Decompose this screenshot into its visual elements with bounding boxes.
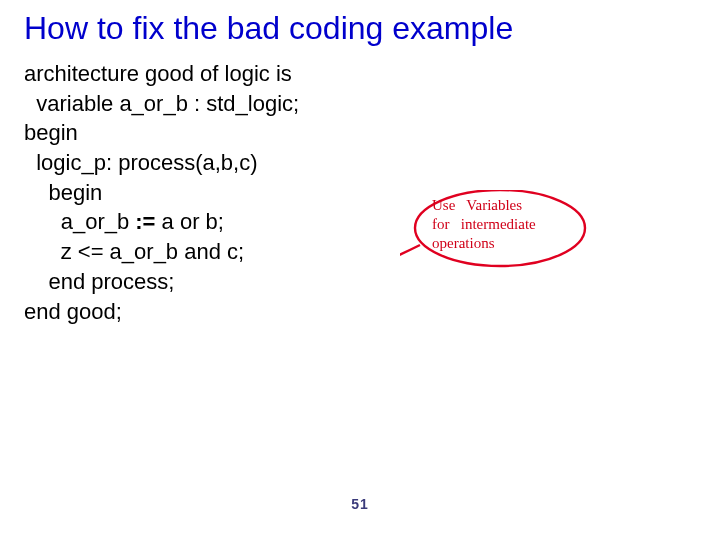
code-line-6-pre: a_or_b bbox=[24, 209, 135, 234]
code-line-2: variable a_or_b : std_logic; bbox=[24, 91, 299, 116]
annotation-group: Use Variables for intermediate operation… bbox=[400, 190, 700, 350]
code-line-3: begin bbox=[24, 120, 78, 145]
slide: How to fix the bad coding example archit… bbox=[0, 0, 720, 540]
code-line-4: logic_p: process(a,b,c) bbox=[24, 150, 258, 175]
annotation-line-1: Use Variables bbox=[432, 197, 522, 213]
code-line-8: end process; bbox=[24, 269, 174, 294]
annotation-line-3: operations bbox=[432, 235, 494, 251]
code-line-6-post: a or b; bbox=[155, 209, 223, 234]
annotation-line-2: for intermediate bbox=[432, 216, 536, 232]
arrow-icon bbox=[400, 245, 420, 308]
code-line-1: architecture good of logic is bbox=[24, 61, 292, 86]
page-number: 51 bbox=[0, 496, 720, 512]
slide-title: How to fix the bad coding example bbox=[24, 10, 696, 47]
annotation-text: Use Variables for intermediate operation… bbox=[432, 196, 536, 252]
code-line-7: z <= a_or_b and c; bbox=[24, 239, 244, 264]
code-line-9: end good; bbox=[24, 299, 122, 324]
code-assign-op: := bbox=[135, 209, 155, 234]
code-line-5: begin bbox=[24, 180, 102, 205]
